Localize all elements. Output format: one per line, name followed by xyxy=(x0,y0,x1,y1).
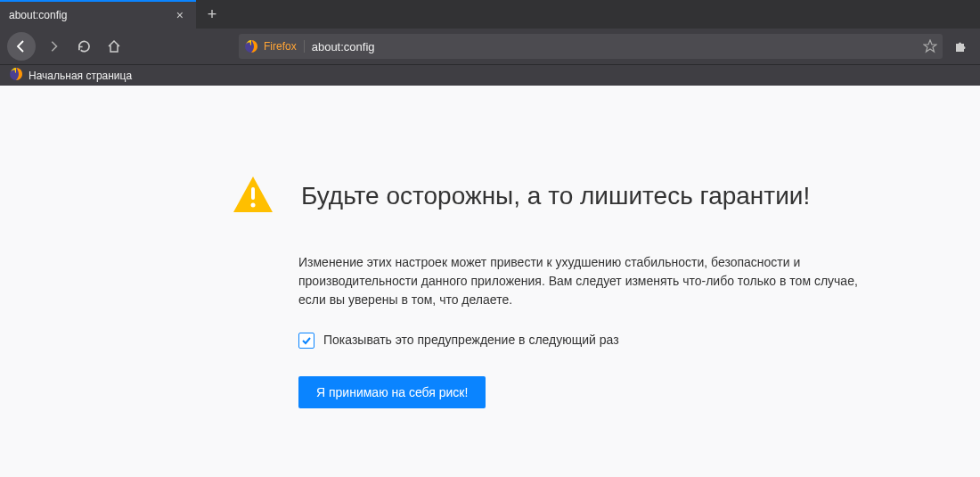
reload-icon xyxy=(78,40,91,53)
url-brand-label: Firefox xyxy=(264,40,305,53)
checkbox-checked-icon xyxy=(298,333,314,349)
svg-rect-2 xyxy=(251,187,255,200)
close-tab-icon[interactable]: × xyxy=(173,8,187,22)
browser-tab[interactable]: about:config × xyxy=(0,0,196,29)
tab-title: about:config xyxy=(9,9,173,21)
bookmark-home-page[interactable]: Начальная страница xyxy=(5,65,135,86)
star-icon xyxy=(923,39,937,53)
svg-point-3 xyxy=(251,203,256,208)
bookmark-label: Начальная страница xyxy=(29,70,132,82)
bookmarks-toolbar: Начальная страница xyxy=(0,64,980,86)
reload-button[interactable] xyxy=(71,34,96,59)
extensions-button[interactable] xyxy=(948,34,973,59)
firefox-icon xyxy=(244,39,258,53)
url-text: about:config xyxy=(305,40,923,53)
home-button[interactable] xyxy=(102,34,127,59)
checkbox-label: Показывать это предупреждение в следующи… xyxy=(323,331,619,350)
navigation-toolbar: Firefox about:config xyxy=(0,29,980,64)
about-config-warning: Будьте осторожны, а то лишитесь гарантии… xyxy=(0,86,935,444)
page-content: Будьте осторожны, а то лишитесь гарантии… xyxy=(0,86,980,477)
firefox-icon xyxy=(9,67,23,84)
forward-button[interactable] xyxy=(41,34,66,59)
url-bar[interactable]: Firefox about:config xyxy=(239,34,943,59)
puzzle-icon xyxy=(953,39,968,53)
warning-body-text: Изменение этих настроек может привести к… xyxy=(298,253,882,309)
warning-triangle-icon xyxy=(232,175,274,218)
arrow-right-icon xyxy=(47,40,60,53)
accept-risk-button[interactable]: Я принимаю на себя риск! xyxy=(298,376,486,408)
new-tab-button[interactable]: + xyxy=(196,0,228,29)
home-icon xyxy=(107,39,121,53)
tab-bar: about:config × + xyxy=(0,0,980,29)
back-button[interactable] xyxy=(7,32,36,61)
bookmark-star-button[interactable] xyxy=(923,39,937,53)
arrow-left-icon xyxy=(14,39,29,53)
warning-title: Будьте осторожны, а то лишитесь гарантии… xyxy=(301,182,810,210)
show-warning-checkbox-row[interactable]: Показывать это предупреждение в следующи… xyxy=(298,331,882,350)
